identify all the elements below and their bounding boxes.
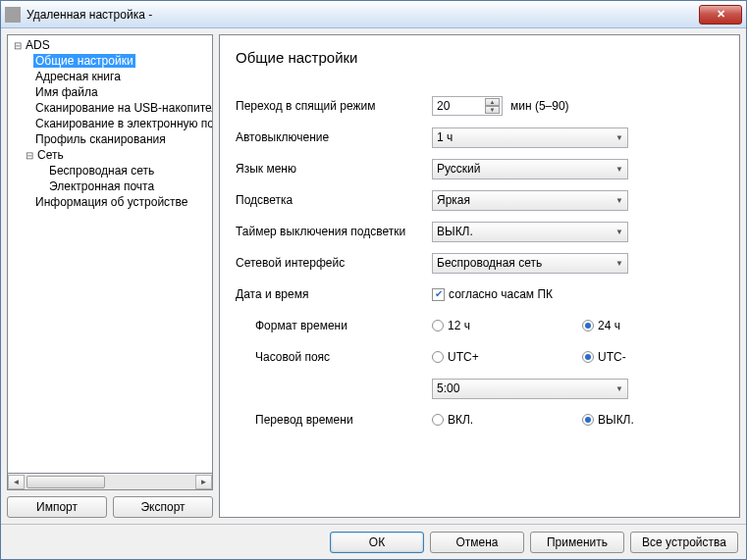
tree-item-scan-usb[interactable]: Сканирование на USB-накопитель — [10, 100, 210, 116]
close-button[interactable]: ✕ — [699, 5, 742, 25]
tree-view[interactable]: ⊟ADS Общие настройки Адресная книга Имя … — [7, 34, 213, 474]
ok-button[interactable]: ОК — [330, 532, 424, 553]
timefmt-label: Формат времени — [236, 319, 432, 332]
radio-off-icon — [432, 414, 444, 426]
scroll-track[interactable] — [25, 475, 195, 489]
cancel-button[interactable]: Отмена — [430, 532, 524, 553]
timefmt-12-radio[interactable]: 12 ч — [432, 319, 574, 332]
main-panel: Общие настройки Переход в спящий режим 2… — [219, 34, 740, 518]
radio-off-icon — [432, 351, 444, 363]
import-button[interactable]: Импорт — [7, 496, 107, 518]
all-devices-button[interactable]: Все устройства — [630, 532, 738, 553]
dimtimer-select[interactable]: ВЫКЛ.▼ — [432, 222, 628, 242]
radio-on-icon — [582, 351, 594, 363]
radio-on-icon — [582, 414, 594, 426]
dimtimer-label: Таймер выключения подсветки — [236, 225, 432, 238]
tree-root-ads[interactable]: ⊟ADS — [10, 37, 210, 53]
chevron-down-icon: ▼ — [615, 228, 623, 236]
autooff-label: Автовыключение — [236, 130, 432, 144]
chevron-down-icon: ▼ — [615, 259, 623, 268]
sleep-value: 20 — [437, 99, 485, 113]
pc-clock-checkbox[interactable]: ✔ согласно часам ПК — [432, 287, 553, 301]
scroll-left-arrow[interactable]: ◄ — [8, 475, 25, 489]
tree-item-scan-email[interactable]: Сканирование в электронную почту — [10, 116, 210, 131]
titlebar: Удаленная настройка - ✕ — [1, 1, 746, 28]
autooff-select[interactable]: 1 ч▼ — [432, 127, 628, 148]
scroll-right-arrow[interactable]: ► — [195, 475, 212, 489]
sidebar: ⊟ADS Общие настройки Адресная книга Имя … — [7, 34, 213, 518]
dst-on-radio[interactable]: ВКЛ. — [432, 413, 574, 427]
tz-utc-minus-radio[interactable]: UTC- — [582, 350, 641, 364]
backlight-label: Подсветка — [236, 193, 432, 207]
chevron-down-icon: ▼ — [615, 165, 623, 174]
tree-item-filename[interactable]: Имя файла — [10, 84, 210, 100]
scroll-thumb[interactable] — [27, 476, 105, 488]
tree-item-addressbook[interactable]: Адресная книга — [10, 69, 210, 84]
window-body: ⊟ADS Общие настройки Адресная книга Имя … — [1, 28, 746, 524]
tree-item-general[interactable]: Общие настройки — [10, 53, 210, 69]
tz-utc-plus-radio[interactable]: UTC+ — [432, 350, 574, 364]
tree-item-scan-profile[interactable]: Профиль сканирования — [10, 131, 210, 147]
chevron-down-icon: ▼ — [615, 384, 623, 393]
tz-label: Часовой пояс — [236, 350, 432, 364]
sleep-spinner[interactable]: 20 ▲▼ — [432, 96, 503, 116]
tree-node-network[interactable]: ⊟Сеть — [10, 147, 210, 163]
chevron-down-icon: ▼ — [615, 133, 623, 142]
timefmt-24-radio[interactable]: 24 ч — [582, 319, 641, 332]
spin-up-icon[interactable]: ▲ — [485, 98, 500, 106]
tz-offset-select[interactable]: 5:00▼ — [432, 379, 628, 399]
tree-item-device-info[interactable]: Информация об устройстве — [10, 194, 210, 210]
lang-select[interactable]: Русский▼ — [432, 159, 628, 179]
radio-off-icon — [432, 320, 444, 331]
netif-select[interactable]: Беспроводная сеть▼ — [432, 253, 628, 274]
backlight-select[interactable]: Яркая▼ — [432, 190, 628, 211]
spin-down-icon[interactable]: ▼ — [485, 106, 500, 114]
sleep-label: Переход в спящий режим — [236, 99, 432, 113]
tree-item-email[interactable]: Электронная почта — [10, 178, 210, 194]
page-heading: Общие настройки — [236, 49, 723, 66]
dst-off-radio[interactable]: ВЫКЛ. — [582, 413, 641, 427]
dst-label: Перевод времени — [236, 413, 432, 427]
radio-on-icon — [582, 320, 594, 331]
netif-label: Сетевой интерфейс — [236, 256, 432, 270]
chevron-down-icon: ▼ — [615, 196, 623, 205]
tree-item-wireless[interactable]: Беспроводная сеть — [10, 163, 210, 178]
app-icon — [5, 7, 21, 23]
tree-horizontal-scrollbar[interactable]: ◄ ► — [7, 474, 213, 490]
lang-label: Язык меню — [236, 162, 432, 176]
datetime-label: Дата и время — [236, 287, 432, 301]
app-window: Удаленная настройка - ✕ ⊟ADS Общие настр… — [0, 0, 747, 560]
export-button[interactable]: Экспорт — [113, 496, 213, 518]
apply-button[interactable]: Применить — [530, 532, 624, 553]
footer: ОК Отмена Применить Все устройства — [1, 524, 746, 559]
window-title: Удаленная настройка - — [27, 8, 699, 22]
sleep-unit: мин (5–90) — [510, 99, 569, 113]
checkbox-checked-icon: ✔ — [432, 288, 445, 301]
